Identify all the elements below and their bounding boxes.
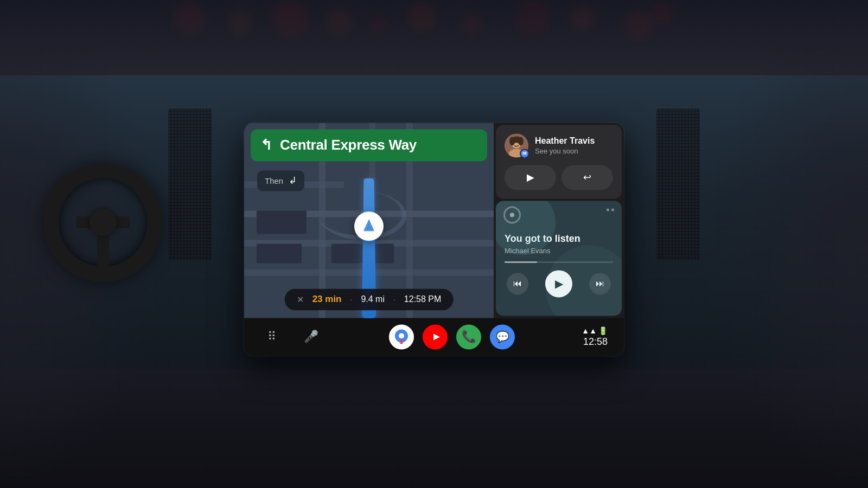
message-info: Heather Travis See you soon bbox=[535, 136, 613, 155]
dashboard-right bbox=[700, 0, 868, 488]
taskbar-left: ⠿ 🎤 bbox=[260, 325, 322, 348]
battery-icon: 🔋 bbox=[598, 326, 608, 335]
nav-street-name: Central Express Way bbox=[280, 137, 417, 153]
map-block-1 bbox=[257, 210, 307, 234]
maps-svg bbox=[393, 329, 410, 345]
svg-point-8 bbox=[518, 137, 524, 145]
nav-arrow-inner bbox=[363, 219, 374, 231]
music-vinyl-center bbox=[510, 213, 514, 217]
signal-indicator: ▲▲ 🔋 bbox=[582, 326, 608, 335]
badge-icon: ✉ bbox=[522, 151, 527, 156]
eta-separator-2: · bbox=[393, 295, 395, 304]
screen-main-content: ↰ Central Express Way Then ↲ ✕ bbox=[244, 123, 624, 318]
speaker-left bbox=[168, 108, 212, 260]
message-sender-name: Heather Travis bbox=[535, 136, 613, 147]
app-icon-youtube[interactable] bbox=[423, 324, 448, 349]
taskbar-mic-button[interactable]: 🎤 bbox=[299, 325, 322, 348]
steering-wheel-ring bbox=[43, 163, 163, 282]
status-bar-time: 12:58 bbox=[583, 336, 608, 348]
steering-wheel bbox=[43, 163, 163, 282]
taskbar-grid-button[interactable]: ⠿ bbox=[260, 325, 283, 348]
svg-point-10 bbox=[399, 333, 404, 338]
svg-marker-11 bbox=[433, 333, 440, 340]
music-dot-1 bbox=[607, 208, 609, 211]
taskbar: ⠿ 🎤 bbox=[244, 318, 624, 356]
taskbar-apps: 📞 💬 bbox=[389, 324, 515, 349]
app-icon-phone[interactable]: 📞 bbox=[456, 324, 481, 349]
svg-point-7 bbox=[509, 137, 515, 145]
message-app-badge: ✉ bbox=[520, 149, 529, 158]
navigation-car-position bbox=[354, 211, 384, 241]
nav-arrow-outer bbox=[354, 211, 384, 241]
message-reply-button[interactable]: ↩ bbox=[561, 165, 613, 190]
music-progress-fill bbox=[505, 261, 537, 262]
nav-turn-icon: ↰ bbox=[260, 137, 272, 153]
android-auto-screen: ↰ Central Express Way Then ↲ ✕ bbox=[244, 123, 624, 356]
then-arrow-icon: ↲ bbox=[289, 175, 297, 187]
message-actions: ▶ ↩ bbox=[505, 165, 613, 190]
message-preview-text: See you soon bbox=[535, 147, 613, 155]
app-icon-google-maps[interactable] bbox=[389, 324, 414, 349]
taskbar-right: ▲▲ 🔋 12:58 bbox=[582, 326, 608, 348]
then-label: Then bbox=[265, 176, 283, 185]
message-header: ✉ Heather Travis See you soon bbox=[505, 133, 613, 157]
map-section[interactable]: ↰ Central Express Way Then ↲ ✕ bbox=[244, 123, 494, 318]
map-block-3 bbox=[257, 244, 302, 264]
steering-center bbox=[90, 209, 117, 236]
signal-icon: ▲▲ bbox=[582, 326, 597, 335]
eta-close-button[interactable]: ✕ bbox=[297, 294, 304, 305]
eta-distance: 9.4 mi bbox=[361, 294, 385, 304]
speaker-right bbox=[656, 108, 700, 260]
music-vinyl-icon bbox=[503, 206, 521, 223]
eta-separator-1: · bbox=[350, 295, 353, 304]
avatar-container: ✉ bbox=[505, 133, 528, 157]
then-turn-indicator: Then ↲ bbox=[257, 170, 304, 191]
message-play-button[interactable]: ▶ bbox=[505, 165, 556, 190]
youtube-svg bbox=[428, 331, 442, 342]
eta-arrival-time: 12:58 PM bbox=[404, 294, 441, 304]
car-interior-bg: ↰ Central Express Way Then ↲ ✕ bbox=[0, 0, 868, 488]
music-indicator-dots bbox=[607, 208, 614, 211]
app-icon-messages[interactable]: 💬 bbox=[490, 324, 515, 349]
eta-bar[interactable]: ✕ 23 min · 9.4 mi · 12:58 PM bbox=[285, 288, 454, 310]
navigation-header: ↰ Central Express Way bbox=[251, 129, 487, 161]
right-panel: ✉ Heather Travis See you soon ▶ ↩ bbox=[494, 123, 624, 318]
eta-time: 23 min bbox=[312, 294, 342, 305]
message-card: ✉ Heather Travis See you soon ▶ ↩ bbox=[496, 125, 622, 198]
music-card: You got to listen Michael Evans ⏮ ▶ ⏭ bbox=[496, 201, 622, 316]
music-prev-button[interactable]: ⏮ bbox=[507, 273, 528, 294]
music-dot-2 bbox=[611, 208, 614, 211]
music-progress-bar bbox=[505, 261, 613, 262]
